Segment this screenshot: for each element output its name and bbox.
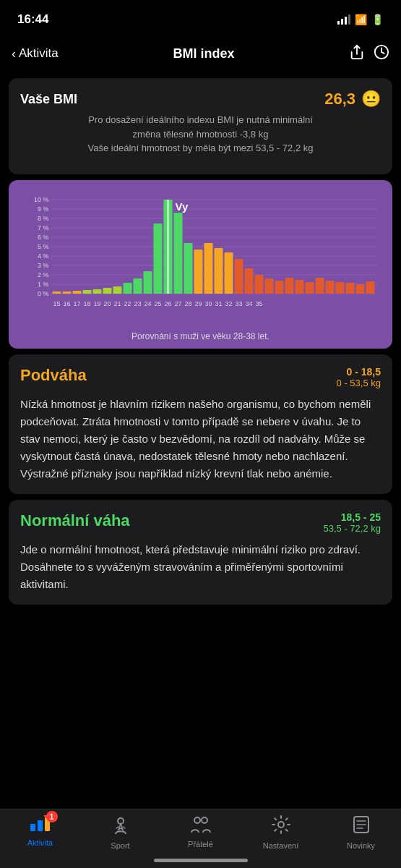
bmi-value-container: 26,3 😐	[324, 90, 381, 109]
svg-text:18: 18	[83, 300, 90, 307]
svg-rect-41	[204, 243, 213, 294]
sport-icon	[111, 815, 130, 838]
page-title: BMI index	[173, 46, 234, 61]
share-button[interactable]	[349, 44, 365, 64]
svg-text:22: 22	[124, 300, 131, 307]
bmi-title: Vaše BMI	[20, 92, 77, 107]
svg-text:24: 24	[144, 300, 151, 307]
aktivita-badge: 1	[46, 811, 58, 822]
normalni-range: 18,5 - 25 53,5 - 72,2 kg	[324, 511, 381, 534]
svg-rect-48	[275, 281, 284, 294]
svg-text:26: 26	[164, 300, 171, 307]
svg-rect-25	[63, 292, 72, 294]
svg-point-87	[278, 822, 284, 827]
svg-text:6 %: 6 %	[38, 234, 49, 241]
bmi-chart: 10 % 9 % 8 % 7 % 6 % 5 % 4 % 3 % 2 % 1 %…	[14, 189, 387, 323]
bmi-subtitle: Pro dosažení ideálního indexu BMI je nut…	[20, 113, 381, 156]
novinky-icon	[353, 815, 370, 838]
svg-text:8 %: 8 %	[38, 215, 49, 222]
battery-icon: 🔋	[371, 14, 384, 25]
tab-nastaveni-label: Nastavení	[263, 841, 299, 850]
svg-rect-43	[225, 252, 233, 294]
normalni-card: Normální váha 18,5 - 25 53,5 - 72,2 kg J…	[9, 500, 392, 605]
svg-rect-26	[73, 291, 82, 294]
svg-rect-44	[235, 259, 243, 294]
tab-sport[interactable]: Sport	[80, 815, 160, 850]
back-button[interactable]: ‹ Aktivita	[12, 46, 59, 61]
pratele-icon	[190, 815, 212, 837]
podvaha-card: Podváha 0 - 18,5 0 - 53,5 kg Nízká hmotn…	[9, 354, 392, 494]
svg-rect-28	[93, 289, 102, 294]
svg-text:20: 20	[103, 300, 111, 307]
svg-text:34: 34	[245, 300, 252, 307]
svg-text:33: 33	[235, 300, 242, 307]
svg-text:5 %: 5 %	[38, 243, 49, 250]
history-button[interactable]	[374, 44, 389, 64]
nastaveni-icon	[272, 815, 290, 838]
podvaha-kg-range: 0 - 53,5 kg	[337, 378, 381, 388]
tab-pratele-label: Přátelé	[188, 840, 213, 848]
svg-text:2 %: 2 %	[38, 271, 49, 278]
status-time: 16:44	[17, 12, 48, 27]
svg-point-86	[202, 817, 207, 823]
svg-rect-32	[134, 278, 142, 294]
bmi-header: Vaše BMI 26,3 😐	[20, 90, 381, 109]
signal-icon	[337, 14, 350, 25]
tab-novinky-label: Novinky	[347, 841, 375, 850]
svg-rect-53	[326, 281, 335, 294]
normalni-kg-range: 53,5 - 72,2 kg	[324, 523, 381, 534]
svg-rect-42	[215, 248, 223, 294]
svg-text:17: 17	[73, 300, 80, 307]
tab-aktivita[interactable]: 1 1 Aktivita	[0, 815, 80, 847]
svg-text:3 %: 3 %	[38, 262, 49, 269]
svg-text:15: 15	[53, 300, 60, 307]
svg-rect-50	[296, 280, 304, 294]
svg-text:31: 31	[215, 300, 222, 307]
main-content: Vaše BMI 26,3 😐 Pro dosažení ideálního i…	[0, 72, 401, 809]
svg-rect-40	[194, 250, 203, 294]
svg-rect-55	[346, 283, 355, 294]
svg-rect-34	[154, 224, 163, 294]
svg-rect-29	[103, 288, 112, 294]
svg-text:1 %: 1 %	[38, 281, 49, 288]
svg-rect-79	[30, 824, 35, 831]
svg-text:29: 29	[194, 300, 202, 307]
chart-footer: Porovnání s muži ve věku 28-38 let.	[14, 331, 387, 341]
svg-text:21: 21	[113, 300, 121, 307]
svg-text:27: 27	[174, 300, 181, 307]
bmi-emoji: 😐	[361, 90, 381, 109]
svg-text:4 %: 4 %	[38, 252, 49, 260]
svg-text:0 %: 0 %	[38, 290, 49, 297]
normalni-body: Jde o normální hmotnost, která představu…	[20, 541, 381, 593]
svg-text:16: 16	[63, 300, 70, 307]
tab-pratele[interactable]: Přátelé	[160, 815, 241, 848]
svg-rect-30	[113, 286, 122, 294]
normalni-bmi-range: 18,5 - 25	[324, 511, 381, 523]
svg-rect-31	[124, 283, 132, 294]
svg-text:25: 25	[154, 300, 161, 307]
svg-rect-46	[255, 275, 264, 294]
svg-rect-45	[245, 268, 254, 294]
tab-nastaveni[interactable]: Nastavení	[241, 815, 321, 850]
chart-container: 10 % 9 % 8 % 7 % 6 % 5 % 4 % 3 % 2 % 1 %…	[9, 180, 392, 349]
svg-point-84	[118, 818, 124, 824]
svg-rect-49	[285, 278, 294, 294]
normalni-title: Normální váha	[20, 511, 130, 530]
tab-novinky[interactable]: Novinky	[321, 815, 401, 850]
aktivita-icon: 1 1	[30, 815, 51, 835]
tab-sport-label: Sport	[111, 841, 129, 850]
status-icons: 📶 🔋	[337, 14, 384, 25]
svg-text:19: 19	[93, 300, 100, 307]
normalni-header: Normální váha 18,5 - 25 53,5 - 72,2 kg	[20, 511, 381, 534]
svg-rect-47	[265, 278, 274, 294]
nav-actions	[349, 44, 389, 64]
svg-point-85	[194, 817, 200, 823]
chevron-left-icon: ‹	[12, 46, 16, 61]
svg-text:32: 32	[225, 300, 232, 307]
wifi-icon: 📶	[355, 14, 367, 25]
svg-rect-57	[366, 281, 375, 294]
back-label: Aktivita	[19, 46, 59, 61]
svg-text:7 %: 7 %	[38, 224, 49, 231]
svg-text:Vy: Vy	[176, 200, 189, 213]
svg-text:9 %: 9 %	[38, 205, 49, 213]
